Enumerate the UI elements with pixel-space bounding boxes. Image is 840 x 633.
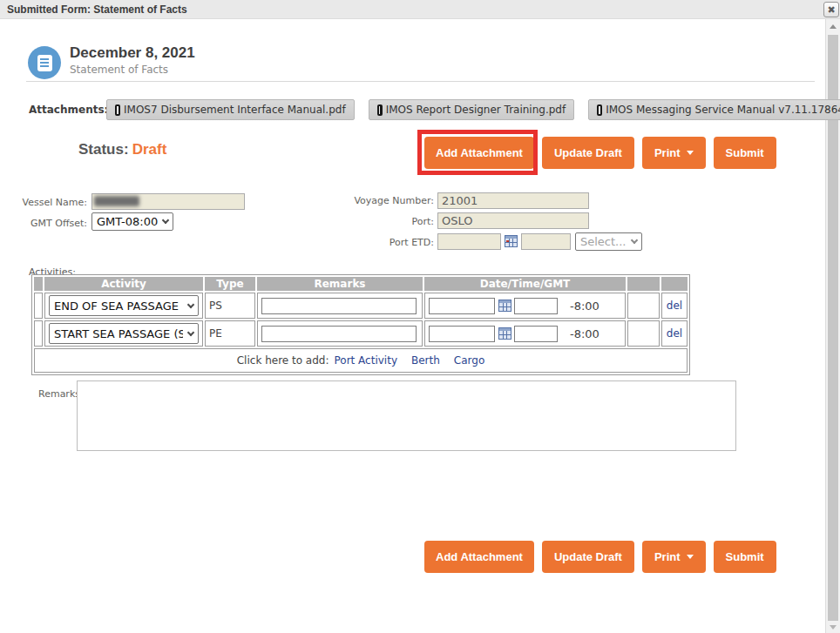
activity-time-input[interactable] — [514, 298, 558, 314]
delete-row-link[interactable]: del — [667, 327, 682, 340]
port-etd-date-field[interactable] — [437, 233, 501, 250]
chevron-down-icon — [631, 237, 638, 244]
activities-table: Activity Type Remarks Date/Time/GMT END … — [31, 274, 690, 375]
port-label: Port: — [296, 216, 434, 227]
submit-button[interactable]: Submit — [714, 541, 776, 573]
top-action-buttons: Add Attachment Update Draft Print Submit — [424, 137, 776, 169]
dialog-titlebar: Submitted Form: Statement of Facts — [0, 0, 840, 19]
add-berth-link[interactable]: Berth — [411, 354, 440, 367]
print-button-label: Print — [654, 146, 681, 159]
attachment-filename: IMOS Messaging Service Manual v7.11.1786… — [606, 104, 840, 116]
add-port-activity-link[interactable]: Port Activity — [335, 354, 397, 367]
statement-of-facts-icon — [28, 46, 61, 79]
document-icon — [37, 55, 52, 71]
activity-value: END OF SEA PASSAGE — [54, 300, 179, 313]
update-draft-button[interactable]: Update Draft — [542, 137, 634, 169]
paperclip-icon — [377, 104, 383, 116]
close-button[interactable]: ✖ — [823, 2, 839, 17]
submit-button[interactable]: Submit — [714, 137, 776, 169]
form-content: December 8, 2021 Statement of Facts Atta… — [0, 19, 825, 633]
attachment-chip[interactable]: IMOS Report Designer Training.pdf — [369, 99, 575, 120]
port-etd-zone-select[interactable]: Select... — [575, 232, 642, 251]
attachments-list: IMOS7 Disbursement Interface Manual.pdf … — [106, 99, 840, 120]
col-type: Type — [205, 277, 255, 291]
row-selector-cell[interactable] — [34, 320, 43, 347]
add-row-label: Click here to add: — [237, 354, 329, 367]
caret-down-icon — [687, 555, 694, 559]
chevron-down-icon — [187, 328, 194, 335]
activity-value: START SEA PASSAGE (S — [54, 327, 183, 340]
port-etd-label: Port ETD: — [296, 237, 434, 248]
calendar-button[interactable] — [498, 300, 511, 312]
header-divider — [26, 81, 815, 82]
caret-down-icon — [687, 151, 694, 155]
submitted-form-dialog: Submitted Form: Statement of Facts ✖ Dec… — [0, 0, 840, 633]
status-badge: Draft — [132, 141, 167, 158]
print-button[interactable]: Print — [642, 541, 706, 573]
scroll-down-icon[interactable] — [830, 625, 837, 630]
update-draft-button[interactable]: Update Draft — [542, 541, 634, 573]
delete-row-link[interactable]: del — [667, 300, 682, 312]
blank-cell — [627, 293, 660, 319]
row-selector-cell[interactable] — [34, 293, 43, 319]
activity-remarks-input[interactable] — [261, 326, 417, 342]
print-button[interactable]: Print — [642, 137, 706, 169]
activity-date-input[interactable] — [429, 326, 495, 342]
calendar-icon — [498, 300, 511, 312]
add-attachment-button[interactable]: Add Attachment — [424, 137, 534, 169]
calendar-icon — [498, 327, 511, 340]
col-delete — [661, 277, 688, 291]
form-date-title: December 8, 2021 — [70, 44, 195, 62]
col-activity: Activity — [44, 277, 203, 291]
voyage-number-field[interactable] — [437, 192, 589, 209]
calendar-button[interactable] — [505, 235, 518, 247]
port-etd-zone-value: Select... — [580, 235, 627, 248]
voyage-number-label: Voyage Number: — [296, 195, 434, 206]
gmt-offset-label: GMT Offset: — [0, 218, 87, 229]
chevron-down-icon — [162, 217, 169, 224]
calendar-icon — [505, 235, 518, 247]
col-selector — [34, 277, 43, 291]
activity-row: START SEA PASSAGE (S PE -8:00 del — [34, 320, 688, 347]
attachment-filename: IMOS Report Designer Training.pdf — [386, 104, 566, 116]
status-row: Status:Draft — [78, 141, 166, 158]
attachment-filename: IMOS7 Disbursement Interface Manual.pdf — [124, 104, 346, 116]
activity-gmt-offset: -8:00 — [570, 300, 600, 313]
add-cargo-link[interactable]: Cargo — [454, 354, 484, 367]
paperclip-icon — [597, 104, 602, 116]
chevron-down-icon — [187, 300, 194, 307]
activities-header-row: Activity Type Remarks Date/Time/GMT — [34, 277, 688, 291]
paperclip-icon — [115, 104, 120, 116]
activity-time-input[interactable] — [514, 326, 558, 342]
activity-type: PE — [205, 320, 255, 347]
add-activity-row: Click here to add:Port ActivityBerthCarg… — [34, 348, 688, 373]
calendar-button[interactable] — [498, 327, 511, 340]
attachment-chip[interactable]: IMOS Messaging Service Manual v7.11.1786… — [588, 99, 840, 120]
gmt-offset-value: GMT-08:00 — [97, 215, 158, 228]
attachment-chip[interactable]: IMOS7 Disbursement Interface Manual.pdf — [106, 99, 355, 120]
attachments-label: Attachments: — [29, 104, 108, 116]
remarks-textarea[interactable] — [77, 380, 736, 451]
activity-select[interactable]: END OF SEA PASSAGE — [49, 295, 199, 316]
scroll-up-icon[interactable] — [830, 24, 837, 29]
activity-remarks-input[interactable] — [261, 298, 417, 314]
status-label: Status: — [78, 141, 129, 158]
activity-gmt-offset: -8:00 — [570, 327, 600, 340]
scrollbar-thumb[interactable] — [828, 35, 838, 621]
col-remarks: Remarks — [257, 277, 423, 291]
port-field[interactable] — [437, 212, 589, 229]
dialog-title: Submitted Form: Statement of Facts — [0, 0, 840, 19]
activity-date-input[interactable] — [429, 298, 495, 314]
col-datetime: Date/Time/GMT — [424, 277, 626, 291]
vessel-name-label: Vessel Name: — [0, 197, 87, 208]
activity-select[interactable]: START SEA PASSAGE (S — [49, 323, 199, 344]
port-etd-time-field[interactable] — [521, 233, 571, 250]
gmt-offset-select[interactable]: GMT-08:00 — [91, 212, 173, 231]
activity-type: PS — [205, 293, 255, 319]
form-subtitle: Statement of Facts — [70, 64, 168, 76]
close-icon: ✖ — [827, 5, 835, 15]
redacted-vessel-name — [94, 196, 139, 206]
print-button-label: Print — [654, 550, 681, 563]
add-attachment-button[interactable]: Add Attachment — [424, 541, 534, 573]
col-blank — [627, 277, 660, 291]
